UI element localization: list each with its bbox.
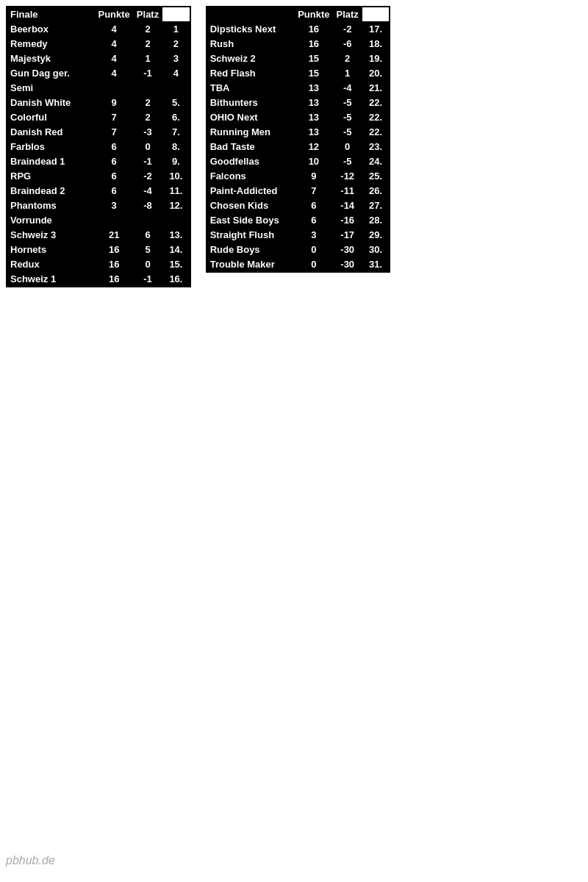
team-name: Straight Flush bbox=[207, 228, 295, 243]
punkte: 4 bbox=[95, 51, 133, 66]
diff: 6 bbox=[133, 228, 162, 243]
punkte: 4 bbox=[95, 66, 133, 81]
table-row: Chosen Kids 6 -14 27. bbox=[207, 198, 390, 213]
platz: 13. bbox=[162, 228, 190, 243]
punkte: 13 bbox=[295, 110, 333, 125]
diff: -30 bbox=[333, 257, 362, 273]
right-col-platz: Platz bbox=[333, 7, 362, 22]
diff: 2 bbox=[133, 96, 162, 110]
punkte: 4 bbox=[95, 22, 133, 37]
team-name: OHIO Next bbox=[207, 110, 295, 125]
table-row: Beerbox 4 2 1 bbox=[7, 22, 190, 37]
table-row: Schweiz 2 15 2 19. bbox=[207, 51, 390, 66]
diff: -5 bbox=[333, 110, 362, 125]
left-col-platz: Platz bbox=[133, 7, 162, 22]
platz: 22. bbox=[362, 125, 390, 140]
punkte: 15 bbox=[295, 66, 333, 81]
table-row: Gun Dag ger. 4 -1 4 bbox=[7, 66, 190, 81]
table-row: Remedy 4 2 2 bbox=[7, 37, 190, 51]
table-row: Bad Taste 12 0 23. bbox=[207, 140, 390, 154]
table-row: Schweiz 1 16 -1 16. bbox=[7, 272, 190, 287]
table-row: Falcons 9 -12 25. bbox=[207, 169, 390, 184]
table-row: East Side Boys 6 -16 28. bbox=[207, 213, 390, 228]
semi-label: Semi bbox=[7, 81, 190, 96]
diff: -30 bbox=[333, 243, 362, 257]
table-row: Danish Red 7 -3 7. bbox=[7, 125, 190, 140]
vorrunde-header-row: Vorrunde bbox=[7, 213, 190, 228]
platz: 8. bbox=[162, 140, 190, 154]
team-name: Beerbox bbox=[7, 22, 95, 37]
diff: 5 bbox=[133, 243, 162, 257]
diff: -14 bbox=[333, 198, 362, 213]
punkte: 6 bbox=[95, 184, 133, 198]
team-name: East Side Boys bbox=[207, 213, 295, 228]
diff: -16 bbox=[333, 213, 362, 228]
semi-header-row: Semi bbox=[7, 81, 190, 96]
table-row: Straight Flush 3 -17 29. bbox=[207, 228, 390, 243]
team-name: Braindead 2 bbox=[7, 184, 95, 198]
platz: 9. bbox=[162, 154, 190, 169]
team-name: Bithunters bbox=[207, 96, 295, 110]
team-name: RPG bbox=[7, 169, 95, 184]
team-name: Schweiz 3 bbox=[7, 228, 95, 243]
table-row: Dipsticks Next 16 -2 17. bbox=[207, 22, 390, 37]
team-name: Goodfellas bbox=[207, 154, 295, 169]
punkte: 9 bbox=[95, 96, 133, 110]
table-row: Colorful 7 2 6. bbox=[7, 110, 190, 125]
team-name: Danish White bbox=[7, 96, 95, 110]
platz: 18. bbox=[362, 37, 390, 51]
table-row: Redux 16 0 15. bbox=[7, 257, 190, 272]
team-name: Rush bbox=[207, 37, 295, 51]
diff: -2 bbox=[333, 22, 362, 37]
punkte: 16 bbox=[95, 243, 133, 257]
platz: 20. bbox=[362, 66, 390, 81]
diff: 0 bbox=[133, 257, 162, 272]
diff: -5 bbox=[333, 96, 362, 110]
platz: 24. bbox=[362, 154, 390, 169]
left-table: Finale Punkte Platz Beerbox 4 2 1 Remedy… bbox=[6, 6, 191, 287]
platz: 16. bbox=[162, 272, 190, 287]
diff: -1 bbox=[133, 66, 162, 81]
punkte: 10 bbox=[295, 154, 333, 169]
left-header-row: Finale Punkte Platz bbox=[7, 7, 190, 22]
table-row: Bithunters 13 -5 22. bbox=[207, 96, 390, 110]
platz: 10. bbox=[162, 169, 190, 184]
punkte: 6 bbox=[295, 213, 333, 228]
punkte: 6 bbox=[95, 154, 133, 169]
team-name: Paint-Addicted bbox=[207, 184, 295, 198]
diff: 2 bbox=[133, 110, 162, 125]
team-name: Braindead 1 bbox=[7, 154, 95, 169]
platz: 22. bbox=[362, 96, 390, 110]
platz: 28. bbox=[362, 213, 390, 228]
diff: -5 bbox=[333, 125, 362, 140]
right-table: Punkte Platz Dipsticks Next 16 -2 17. Ru… bbox=[206, 6, 391, 273]
team-name: Redux bbox=[7, 257, 95, 272]
platz: 25. bbox=[362, 169, 390, 184]
diff: -3 bbox=[133, 125, 162, 140]
table-row: OHIO Next 13 -5 22. bbox=[207, 110, 390, 125]
team-name: Chosen Kids bbox=[207, 198, 295, 213]
team-name: Rude Boys bbox=[207, 243, 295, 257]
diff: -4 bbox=[333, 81, 362, 96]
team-name: Farblos bbox=[7, 140, 95, 154]
punkte: 6 bbox=[295, 198, 333, 213]
table-row: TBA 13 -4 21. bbox=[207, 81, 390, 96]
diff: 1 bbox=[333, 66, 362, 81]
platz: 27. bbox=[362, 198, 390, 213]
team-name: Red Flash bbox=[207, 66, 295, 81]
punkte: 13 bbox=[295, 81, 333, 96]
team-name: TBA bbox=[207, 81, 295, 96]
platz: 22. bbox=[362, 110, 390, 125]
team-name: Schweiz 2 bbox=[207, 51, 295, 66]
punkte: 15 bbox=[295, 51, 333, 66]
right-header-row: Punkte Platz bbox=[207, 7, 390, 22]
table-row: Running Men 13 -5 22. bbox=[207, 125, 390, 140]
platz: 17. bbox=[362, 22, 390, 37]
diff: 2 bbox=[133, 22, 162, 37]
platz: 6. bbox=[162, 110, 190, 125]
diff: -17 bbox=[333, 228, 362, 243]
platz: 23. bbox=[362, 140, 390, 154]
punkte: 0 bbox=[295, 243, 333, 257]
table-row: Goodfellas 10 -5 24. bbox=[207, 154, 390, 169]
diff: -5 bbox=[333, 154, 362, 169]
